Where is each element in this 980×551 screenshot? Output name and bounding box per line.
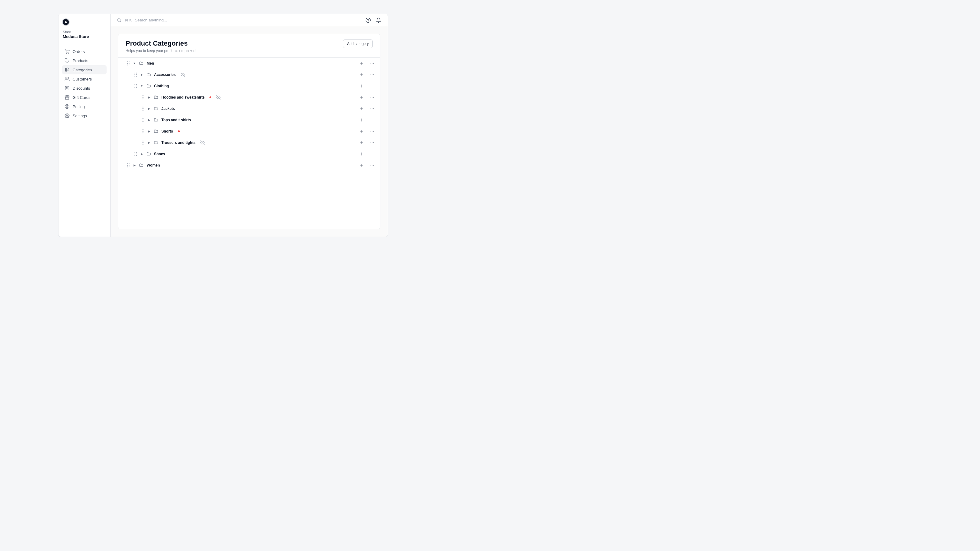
expand-toggle[interactable]: ▶: [140, 152, 143, 156]
store-name[interactable]: Medusa Store: [62, 34, 107, 39]
category-row[interactable]: ▶Shoes: [118, 148, 380, 159]
svg-point-42: [134, 86, 135, 86]
sidebar-item-settings[interactable]: Settings: [62, 111, 107, 120]
row-menu-button[interactable]: [369, 162, 375, 168]
add-category-button[interactable]: Add category: [343, 40, 373, 48]
sidebar-item-customers[interactable]: Customers: [62, 75, 107, 84]
page-title: Product Categories: [126, 40, 196, 48]
expand-toggle[interactable]: ▶: [148, 107, 151, 110]
category-row[interactable]: ▶Jackets: [118, 103, 380, 114]
drag-handle-icon[interactable]: [134, 84, 137, 88]
expand-toggle[interactable]: ▼: [140, 84, 143, 87]
drag-handle-icon[interactable]: [142, 129, 145, 133]
category-row[interactable]: ▶Women: [118, 159, 380, 171]
category-label: Hoodies and sweatshirts: [161, 95, 205, 100]
drag-handle-icon[interactable]: [142, 118, 145, 122]
category-row[interactable]: ▼Men: [118, 57, 380, 69]
panel-header: Product Categories Helps you to keep you…: [118, 34, 380, 57]
store-section-label: Store: [62, 30, 107, 34]
category-row[interactable]: ▶Trousers and tights: [118, 137, 380, 148]
panel-footer: [118, 220, 380, 229]
add-subcategory-button[interactable]: [359, 94, 365, 100]
app-frame: A Store Medusa Store OrdersProductsCateg…: [58, 14, 388, 237]
notifications-button[interactable]: [375, 17, 382, 23]
add-subcategory-button[interactable]: [359, 83, 365, 89]
sidebar: A Store Medusa Store OrdersProductsCateg…: [59, 14, 111, 237]
row-menu-button[interactable]: [369, 106, 375, 112]
drag-handle-icon[interactable]: [134, 73, 137, 77]
row-menu-button[interactable]: [369, 60, 375, 67]
svg-point-122: [129, 165, 129, 165]
svg-point-66: [143, 108, 144, 109]
add-subcategory-button[interactable]: [359, 117, 365, 123]
svg-point-56: [143, 98, 144, 99]
category-row[interactable]: ▶Shorts: [118, 125, 380, 137]
category-row[interactable]: ▶Hoodies and sweatshirts: [118, 92, 380, 103]
svg-point-53: [142, 97, 142, 97]
add-subcategory-button[interactable]: [359, 60, 365, 67]
add-subcategory-button[interactable]: [359, 140, 365, 146]
add-subcategory-button[interactable]: [359, 151, 365, 157]
row-menu-button[interactable]: [369, 83, 375, 89]
svg-point-89: [142, 133, 142, 133]
add-subcategory-button[interactable]: [359, 162, 365, 168]
svg-point-94: [372, 131, 372, 132]
add-subcategory-button[interactable]: [359, 71, 365, 78]
row-menu-button[interactable]: [369, 71, 375, 78]
svg-point-37: [371, 75, 371, 75]
category-label: Accessories: [154, 73, 176, 77]
sidebar-item-gift-cards[interactable]: Gift Cards: [62, 93, 107, 102]
svg-point-48: [371, 86, 371, 86]
add-subcategory-button[interactable]: [359, 106, 365, 112]
sidebar-item-products[interactable]: Products: [62, 56, 107, 65]
sidebar-item-pricing[interactable]: Pricing: [62, 102, 107, 111]
sidebar-item-categories[interactable]: Categories: [62, 65, 107, 75]
expand-toggle[interactable]: ▶: [148, 130, 151, 133]
svg-point-87: [142, 131, 142, 131]
svg-point-17: [127, 61, 128, 62]
drag-handle-icon[interactable]: [127, 61, 130, 65]
drag-handle-icon[interactable]: [142, 106, 145, 111]
svg-point-88: [143, 131, 144, 131]
svg-point-101: [143, 144, 144, 144]
drag-handle-icon[interactable]: [134, 152, 137, 156]
expand-toggle[interactable]: ▶: [148, 119, 151, 122]
sidebar-item-orders[interactable]: Orders: [62, 47, 107, 56]
row-menu-button[interactable]: [369, 151, 375, 157]
dollar-icon: [65, 104, 70, 109]
help-button[interactable]: [365, 17, 371, 23]
expand-toggle[interactable]: ▼: [133, 62, 136, 65]
svg-point-67: [142, 110, 142, 111]
sidebar-nav: OrdersProductsCategoriesCustomersDiscoun…: [62, 47, 107, 120]
row-menu-button[interactable]: [369, 128, 375, 134]
folder-icon: [139, 163, 144, 167]
category-row[interactable]: ▶Accessories: [118, 69, 380, 80]
svg-point-71: [371, 108, 371, 109]
category-row[interactable]: ▶Tops and t-shirts: [118, 114, 380, 125]
drag-handle-icon[interactable]: [127, 163, 130, 167]
expand-toggle[interactable]: ▶: [148, 96, 151, 99]
search[interactable]: ⌘ K Search anything...: [117, 18, 365, 23]
expand-toggle[interactable]: ▶: [140, 73, 143, 76]
drag-handle-icon[interactable]: [142, 95, 145, 100]
category-row[interactable]: ▼Clothing: [118, 80, 380, 92]
svg-point-100: [142, 144, 142, 144]
drag-handle-icon[interactable]: [142, 140, 145, 145]
expand-toggle[interactable]: ▶: [133, 164, 136, 167]
svg-point-129: [373, 165, 374, 166]
svg-point-109: [136, 152, 137, 152]
avatar[interactable]: A: [62, 18, 70, 26]
svg-point-26: [372, 63, 372, 64]
sidebar-item-discounts[interactable]: Discounts: [62, 84, 107, 93]
row-menu-button[interactable]: [369, 94, 375, 100]
svg-point-97: [143, 140, 144, 141]
svg-point-64: [143, 106, 144, 107]
add-subcategory-button[interactable]: [359, 128, 365, 134]
row-menu-button[interactable]: [369, 117, 375, 123]
svg-point-18: [129, 61, 129, 62]
svg-point-43: [136, 86, 137, 86]
folder-icon: [154, 140, 158, 145]
row-menu-button[interactable]: [369, 140, 375, 146]
expand-toggle[interactable]: ▶: [148, 141, 151, 144]
svg-point-25: [371, 63, 371, 64]
